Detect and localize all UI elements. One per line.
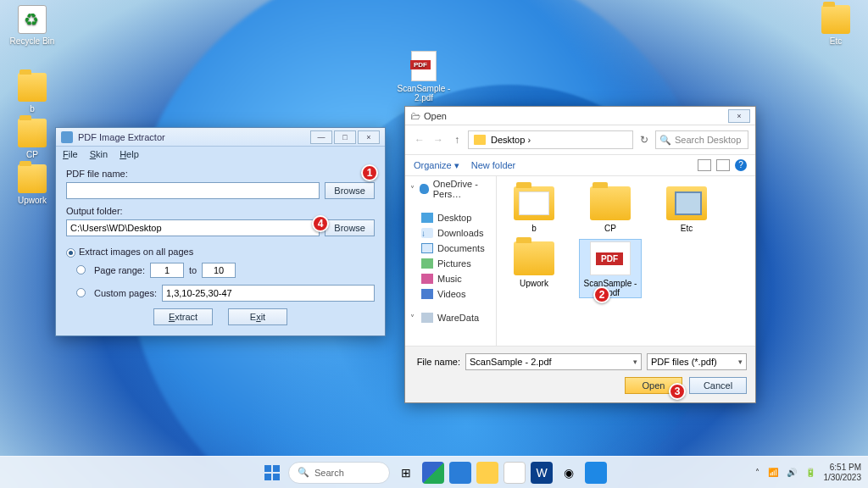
browse-output-button[interactable]: Browse [325,219,375,236]
custom-pages-input[interactable] [162,285,375,302]
back-button[interactable]: ← [412,132,427,147]
pdf-extractor-window: PDF Image Extractor — □ × File Skin Help… [55,127,386,336]
pdf-file-label: PDF file name: [66,169,375,179]
radio-page-range[interactable] [76,265,86,274]
nav-pictures[interactable]: Pictures [405,256,496,271]
radio-all-label: Extract images on all pages [79,247,193,257]
icon-label: b [30,104,35,114]
explorer-icon[interactable] [476,462,498,484]
annotation-badge-1: 1 [361,164,378,181]
pdf-file-input[interactable] [66,182,320,199]
radio-custom-pages[interactable] [76,288,86,297]
window-title: PDF Image Extractor [78,132,165,142]
app-icon[interactable] [449,462,471,484]
menu-file[interactable]: File [63,149,78,159]
taskbar-search[interactable]: 🔍Search [288,462,390,484]
app-icon[interactable] [585,462,607,484]
annotation-badge-2: 2 [593,286,610,303]
task-view-icon[interactable]: ⊞ [395,462,417,484]
files-area[interactable]: b CP Etc Upwork ScanSample - 2.pdf [497,176,755,346]
desktop-icon-folder-b[interactable]: b [7,73,58,114]
open-icon: 🗁 [410,110,420,122]
word-icon[interactable]: W [531,462,553,484]
extract-button[interactable]: Extract [153,308,213,325]
file-item-cp[interactable]: CP [580,185,641,233]
chrome-icon[interactable]: ◉ [558,462,580,484]
nav-downloads[interactable]: Downloads [405,225,496,241]
file-item-upwork[interactable]: Upwork [504,240,565,297]
nav-waredata[interactable]: WareData [405,310,496,325]
clock[interactable]: 6:51 PM 1/30/2023 [824,463,862,483]
forward-button[interactable]: → [431,132,446,147]
search-icon: 🔍 [659,135,671,146]
toolbar: Organize ▾ New folder ? [405,155,755,176]
start-button[interactable] [261,462,283,484]
menubar: File Skin Help [56,147,385,162]
filter-combo[interactable]: PDF files (*.pdf)▾ [647,353,747,370]
icon-label: CP [26,150,38,159]
titlebar[interactable]: 🗁 Open × [405,107,755,125]
help-button[interactable]: ? [735,159,747,171]
desktop-icon-pdf[interactable]: ScanSample - 2.pdf [390,51,458,103]
maximize-button[interactable]: □ [334,130,356,144]
open-dialog: 🗁 Open × ← → ↑ Desktop › ↻ 🔍Search Deskt… [404,106,756,403]
battery-icon[interactable]: 🔋 [805,468,815,477]
nav-desktop[interactable]: Desktop [405,210,496,225]
cancel-button[interactable]: Cancel [689,377,747,394]
search-icon: 🔍 [298,467,309,478]
desktop-icon-folder-cp[interactable]: CP [7,119,58,159]
wifi-icon[interactable]: 📶 [768,468,778,477]
app-icon[interactable] [504,462,526,484]
annotation-badge-3: 3 [669,383,686,400]
search-input[interactable]: 🔍Search Desktop [655,130,748,149]
volume-icon[interactable]: 🔊 [787,468,797,477]
menu-skin[interactable]: Skin [90,149,108,159]
filename-combo[interactable]: ScanSample - 2.pdf▾ [465,353,642,370]
close-button[interactable]: × [728,109,750,123]
icon-label: Etc [830,36,842,46]
exit-button[interactable]: Exit [228,308,287,325]
annotation-badge-4: 4 [312,215,329,232]
nav-onedrive[interactable]: OneDrive - Pers… [405,176,496,202]
edge-icon[interactable]: e [422,462,444,484]
up-button[interactable]: ↑ [449,132,465,147]
output-folder-label: Output folder: [66,206,375,216]
nav-documents[interactable]: Documents [405,241,496,256]
file-item-etc[interactable]: Etc [656,185,717,233]
titlebar[interactable]: PDF Image Extractor — □ × [56,128,385,147]
icon-label: Upwork [18,196,47,205]
nav-videos[interactable]: Videos [405,286,496,302]
desktop-icon-folder-etc[interactable]: Etc [810,5,861,46]
radio-all-pages[interactable] [66,248,75,258]
preview-pane-button[interactable] [716,159,730,171]
menu-help[interactable]: Help [120,149,139,159]
bottom-bar: File name: ScanSample - 2.pdf▾ PDF files… [405,346,755,402]
new-folder-button[interactable]: New folder [471,160,516,170]
custom-label: Custom pages: [94,288,157,298]
file-item-b[interactable]: b [504,185,565,233]
desktop-icon-folder-upwork[interactable]: Upwork [7,164,58,205]
browse-pdf-button[interactable]: Browse [325,182,375,199]
range-from-input[interactable] [150,263,184,278]
system-tray[interactable]: ˄ 📶 🔊 🔋 6:51 PM 1/30/2023 [755,463,862,483]
output-folder-input[interactable] [66,219,320,236]
nav-music[interactable]: Music [405,271,496,286]
minimize-button[interactable]: — [310,130,332,144]
desktop-icon-recycle-bin[interactable]: Recycle Bin [7,5,58,46]
navigation-pane: OneDrive - Pers… Desktop Downloads Docum… [405,176,497,346]
range-to-input[interactable] [202,263,236,278]
file-item-scansample[interactable]: ScanSample - 2.pdf [580,240,641,297]
close-button[interactable]: × [358,130,380,144]
page-range-label: Page range: [94,265,145,275]
chevron-up-icon[interactable]: ˄ [755,468,760,477]
refresh-button[interactable]: ↻ [637,132,652,147]
organize-menu[interactable]: Organize ▾ [414,160,459,171]
view-options-button[interactable] [698,159,711,171]
breadcrumb[interactable]: Desktop › [468,130,633,149]
folder-icon [474,135,486,145]
window-title: Open [424,111,447,121]
nav-row: ← → ↑ Desktop › ↻ 🔍Search Desktop [405,125,755,155]
filename-label: File name: [414,357,460,367]
taskbar: 🔍Search ⊞ e W ◉ ˄ 📶 🔊 🔋 6:51 PM 1/30/202… [0,456,868,488]
icon-label: Recycle Bin [10,36,55,46]
